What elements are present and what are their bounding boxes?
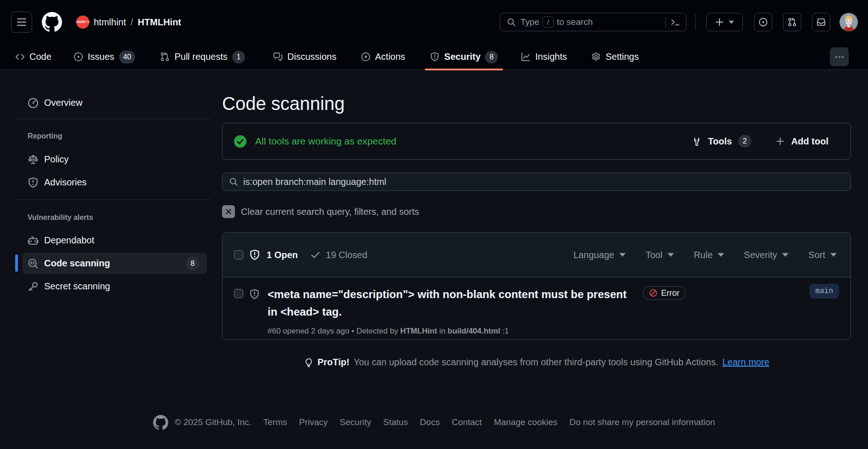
sidebar-item-policy[interactable]: Policy	[22, 149, 207, 170]
circle-slash-icon	[649, 289, 657, 297]
global-pull-requests-button[interactable]	[783, 13, 801, 31]
notifications-inbox-button[interactable]	[812, 13, 830, 31]
sidebar-section-vulnerability-alerts: Vulnerability alerts	[28, 213, 210, 222]
tab-settings[interactable]: Settings	[586, 44, 644, 69]
chevron-down-icon	[782, 253, 788, 257]
sort-dropdown[interactable]: Sort	[808, 250, 837, 260]
security-sidebar: Overview Reporting Policy Advisories Vul…	[15, 70, 210, 297]
footer-link-security[interactable]: Security	[340, 417, 371, 427]
clear-filters-button[interactable]: Clear current search query, filters, and…	[222, 205, 851, 218]
protip-learn-more-link[interactable]: Learn more	[722, 357, 769, 368]
chevron-down-icon	[830, 253, 837, 257]
nav-overflow-button[interactable]	[830, 47, 849, 66]
git-pull-request-icon	[788, 17, 797, 27]
page-title: Code scanning	[222, 92, 851, 115]
footer-link-terms[interactable]: Terms	[263, 417, 287, 427]
org-avatar-text: <HINT/>	[76, 20, 89, 24]
breadcrumb-repo[interactable]: HTMLHint	[138, 17, 181, 28]
footer-link-status[interactable]: Status	[383, 417, 408, 427]
tab-pull-requests[interactable]: Pull requests 1	[155, 44, 250, 69]
clear-filters-label: Clear current search query, filters, and…	[241, 207, 419, 217]
footer-link-do-not-share[interactable]: Do not share my personal information	[570, 417, 715, 427]
sidebar-item-dependabot[interactable]: Dependabot	[22, 230, 207, 251]
open-alerts-filter[interactable]: 1 Open	[267, 250, 298, 260]
top-bar: <HINT/> htmlhint / HTMLHint Type / to se…	[0, 0, 868, 44]
tools-label: Tools	[708, 136, 732, 147]
dropdown-label: Language	[573, 250, 614, 260]
tab-code[interactable]: Code	[10, 44, 57, 69]
select-all-checkbox[interactable]	[234, 250, 243, 259]
rule-filter-dropdown[interactable]: Rule	[694, 250, 724, 260]
tab-issues[interactable]: Issues 40	[69, 44, 141, 69]
tab-actions[interactable]: Actions	[356, 44, 411, 69]
shield-icon	[430, 52, 440, 62]
user-avatar[interactable]	[839, 13, 858, 31]
alert-filter-input[interactable]: is:open branch:main language:html	[222, 173, 851, 191]
global-search-input[interactable]: Type / to search	[500, 13, 686, 31]
sidebar-item-label: Policy	[44, 154, 200, 165]
tab-label: Discussions	[287, 52, 337, 62]
sidebar-item-overview[interactable]: Overview	[22, 92, 207, 114]
key-icon	[28, 281, 39, 292]
global-issues-button[interactable]	[754, 13, 772, 31]
tab-discussions[interactable]: Discussions	[268, 44, 342, 69]
language-filter-dropdown[interactable]: Language	[573, 250, 626, 260]
tab-security[interactable]: Security 8	[425, 44, 503, 69]
shield-exclamation-icon	[249, 249, 260, 260]
footer-link-manage-cookies[interactable]: Manage cookies	[494, 417, 557, 427]
plus-icon	[715, 17, 724, 27]
alert-meta: #60 opened 2 days ago • Detected by HTML…	[268, 327, 839, 336]
github-mark-icon	[153, 415, 168, 430]
tab-label: Insights	[535, 52, 567, 62]
sidebar-item-advisories[interactable]: Advisories	[22, 172, 207, 193]
tab-label: Pull requests	[174, 52, 228, 62]
severity-filter-dropdown[interactable]: Severity	[744, 250, 788, 260]
hamburger-menu-button[interactable]	[11, 12, 32, 33]
create-new-button[interactable]	[706, 13, 743, 31]
command-palette-icon[interactable]	[670, 17, 680, 27]
footer-link-contact[interactable]: Contact	[452, 417, 482, 427]
footer-link-docs[interactable]: Docs	[420, 417, 440, 427]
sidebar-item-secret-scanning[interactable]: Secret scanning	[22, 276, 207, 297]
graph-icon	[521, 52, 531, 62]
x-icon	[222, 205, 235, 218]
tools-button[interactable]: Tools 2	[692, 135, 751, 148]
tab-label: Actions	[375, 52, 405, 62]
alerts-list: 1 Open 19 Closed Language Tool Rule Se	[222, 232, 851, 340]
alert-title-link[interactable]: <meta name="description"> with non-blank…	[268, 286, 635, 321]
issue-opened-icon	[74, 52, 83, 62]
sidebar-item-code-scanning[interactable]: Code scanning 8	[22, 253, 207, 274]
tab-insights[interactable]: Insights	[516, 44, 572, 69]
alert-meta-detected: Detected by	[356, 327, 398, 335]
meter-icon	[28, 98, 39, 109]
chevron-down-icon	[619, 253, 626, 257]
breadcrumb-separator: /	[131, 17, 133, 28]
add-tool-button[interactable]: Add tool	[776, 136, 828, 147]
protip: ProTip! You can upload code scanning ana…	[222, 357, 851, 368]
chevron-down-icon	[718, 253, 724, 257]
code-scanning-counter: 8	[186, 257, 200, 271]
dropdown-label: Severity	[744, 250, 777, 260]
tools-counter: 2	[738, 135, 751, 148]
git-pull-request-icon	[160, 52, 170, 62]
closed-alerts-filter[interactable]: 19 Closed	[326, 250, 367, 260]
tools-status-text: All tools are working as expected	[255, 136, 396, 147]
filter-query-text: is:open branch:main language:html	[243, 177, 386, 187]
tool-filter-dropdown[interactable]: Tool	[645, 250, 674, 260]
security-counter: 8	[485, 51, 498, 63]
search-placeholder-suffix: to search	[557, 17, 593, 27]
inbox-icon	[817, 17, 826, 27]
alert-checkbox[interactable]	[234, 289, 243, 298]
law-icon	[28, 154, 39, 165]
chevron-down-icon	[729, 21, 734, 24]
footer-link-privacy[interactable]: Privacy	[299, 417, 328, 427]
org-avatar[interactable]: <HINT/>	[76, 16, 89, 29]
github-logo-icon[interactable]	[42, 12, 62, 32]
alert-row[interactable]: <meta name="description"> with non-blank…	[223, 277, 851, 340]
severity-label: Error	[661, 288, 680, 298]
branch-badge[interactable]: main	[810, 284, 839, 299]
breadcrumb-org[interactable]: htmlhint	[94, 17, 126, 28]
sidebar-item-label: Advisories	[44, 177, 200, 188]
sidebar-item-label: Overview	[44, 98, 200, 108]
shield-exclamation-icon	[249, 289, 260, 299]
